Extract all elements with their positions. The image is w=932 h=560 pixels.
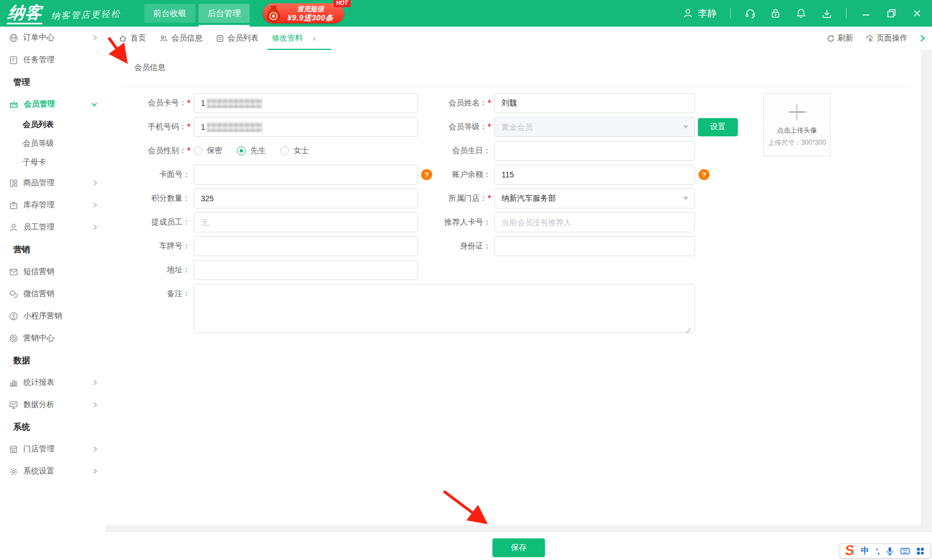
field-label-commission-staff: 提成员工： — [105, 217, 190, 227]
promo-banner[interactable]: 首充短信 ¥9.9送300条 HOT — [263, 3, 344, 23]
app-header: 纳客 纳客管店更轻松 前台收银 后台管理 首充短信 ¥9.9送300条 HOT … — [0, 0, 932, 27]
radio-icon — [280, 146, 289, 155]
chevron-down-icon — [91, 102, 98, 107]
radio-gender-female[interactable]: 女士 — [280, 146, 309, 156]
refresh-icon — [827, 34, 835, 43]
field-label-card-no: 会员卡号：* — [105, 98, 190, 108]
tab-member-list[interactable]: 会员列表 — [216, 27, 259, 50]
level-settings-button[interactable]: 设置 — [698, 118, 738, 136]
address-input[interactable] — [194, 260, 418, 280]
user-icon — [682, 8, 693, 19]
remark-textarea[interactable] — [194, 284, 695, 333]
chevron-right-icon — [93, 202, 98, 208]
sidebar-item-wechat-marketing[interactable]: 微信营销 — [0, 283, 105, 305]
notifications-bell-icon[interactable] — [795, 7, 807, 19]
member-level-select[interactable] — [494, 117, 695, 137]
app-logo: 纳客 — [7, 3, 44, 24]
store-select[interactable] — [494, 189, 695, 208]
user-account[interactable]: 李静 — [682, 7, 717, 20]
sidebar-item-order-center[interactable]: 订单中心 — [0, 27, 105, 49]
microphone-icon[interactable] — [886, 547, 894, 556]
masked-value — [207, 122, 262, 132]
referrer-card-input[interactable] — [494, 212, 695, 232]
commission-staff-input[interactable] — [194, 212, 418, 232]
header-divider — [730, 8, 731, 18]
radio-icon — [194, 146, 202, 155]
id-card-input[interactable] — [494, 236, 695, 256]
sidebar-subitem-member-list[interactable]: 会员列表 — [0, 115, 105, 134]
tab-edit-profile[interactable]: 修改资料 × — [272, 27, 317, 50]
sidebar-section-management: 管理 — [0, 71, 105, 93]
field-label-gender: 会员性别：* — [105, 146, 190, 156]
radio-gender-secret[interactable]: 保密 — [194, 146, 222, 156]
chevron-right-icon — [93, 401, 98, 408]
birthday-input[interactable] — [494, 141, 695, 161]
radio-gender-male[interactable]: 先生 — [237, 146, 266, 156]
monitor-icon — [9, 400, 18, 410]
textarea-resize-handle[interactable] — [685, 328, 691, 333]
avatar-upload-box[interactable]: 点击上传头像 上传尺寸：300*300 — [763, 93, 830, 156]
lock-icon[interactable] — [769, 7, 782, 19]
refresh-button[interactable]: 刷新 — [827, 33, 853, 43]
money-bag-icon — [262, 1, 285, 24]
sidebar-item-statistics-report[interactable]: 统计报表 — [0, 371, 105, 394]
app-slogan: 纳客管店更轻松 — [51, 8, 121, 22]
help-icon[interactable]: ? — [421, 169, 432, 180]
page-operations-button[interactable]: 页面操作 — [865, 33, 908, 43]
sidebar-item-goods-management[interactable]: 商品管理 — [0, 172, 105, 194]
tab-close-icon[interactable]: × — [312, 34, 317, 43]
download-icon[interactable] — [820, 7, 833, 19]
plate-number-input[interactable] — [194, 236, 418, 256]
phone-input[interactable]: 1 — [194, 117, 418, 137]
card-no-input[interactable]: 1 — [194, 93, 418, 113]
sidebar-item-system-settings[interactable]: 系统设置 — [0, 460, 105, 482]
sidebar-item-store-management[interactable]: 门店管理 — [0, 438, 105, 460]
nav-front-cashier-button[interactable]: 前台收银 — [144, 4, 195, 23]
keyboard-icon[interactable] — [900, 547, 910, 555]
member-name-input[interactable] — [494, 93, 695, 113]
user-name: 李静 — [698, 7, 717, 20]
restore-window-button[interactable] — [885, 7, 898, 19]
nav-backend-button[interactable]: 后台管理 — [199, 4, 250, 23]
sidebar-item-task-management[interactable]: 任务管理 — [0, 49, 105, 71]
sidebar-item-data-analysis[interactable]: 数据分析 — [0, 394, 105, 416]
sidebar-item-inventory-management[interactable]: 库存管理 — [0, 194, 105, 216]
sidebar-subitem-parent-child-card[interactable]: 子母卡 — [0, 153, 105, 172]
support-headset-icon[interactable] — [744, 7, 756, 19]
gear-icon — [9, 467, 18, 476]
sidebar-item-sms-marketing[interactable]: 短信营销 — [0, 261, 105, 283]
member-info-panel: 会员信息 会员卡号：* 1 会员姓名：* 手机号码：* 1 会员等级： — [105, 50, 921, 525]
help-icon[interactable]: ? — [698, 169, 710, 180]
tab-home[interactable]: 首页 — [119, 27, 146, 50]
radio-icon — [237, 146, 246, 155]
tabbar: 首页 会员信息 会员列表 修改资料 × 刷新 页面操作 — [105, 27, 932, 50]
header-divider — [846, 8, 847, 18]
save-button[interactable]: 保存 — [493, 538, 545, 557]
ime-chinese-mode[interactable]: 中 — [861, 546, 869, 556]
sms-icon — [9, 267, 18, 277]
sidebar-section-marketing: 营销 — [0, 238, 105, 261]
field-label-store: 所属门店：* — [418, 194, 491, 203]
close-window-button[interactable] — [911, 7, 923, 19]
ime-punctuation[interactable]: ’, — [876, 546, 879, 556]
staff-icon — [9, 223, 18, 232]
page-operations-chevron-icon[interactable] — [920, 34, 925, 42]
sidebar-item-staff-management[interactable]: 员工管理 — [0, 216, 105, 238]
footer-bar: 保存 — [105, 532, 932, 560]
minimize-button[interactable] — [860, 7, 872, 19]
points-input[interactable] — [194, 189, 418, 208]
plus-icon — [789, 104, 806, 120]
sidebar-item-marketing-center[interactable]: 营销中心 — [0, 327, 105, 349]
sidebar-subitem-member-level[interactable]: 会员等级 — [0, 134, 105, 153]
ime-skin-grid-icon[interactable] — [916, 547, 924, 555]
field-label-birthday: 会员生日： — [418, 146, 491, 156]
sidebar-item-miniprogram-marketing[interactable]: 小程序营销 — [0, 305, 105, 327]
list-icon — [216, 34, 224, 43]
tab-member-info[interactable]: 会员信息 — [159, 27, 202, 50]
card-face-input[interactable] — [194, 165, 418, 185]
sogou-logo-icon[interactable]: S — [844, 544, 855, 556]
app-window: 纳客 纳客管店更轻松 前台收银 后台管理 首充短信 ¥9.9送300条 HOT … — [0, 0, 932, 560]
balance-input[interactable] — [494, 165, 695, 185]
sidebar-item-member-management[interactable]: 会员管理 — [0, 93, 105, 115]
globe-icon — [9, 33, 18, 43]
